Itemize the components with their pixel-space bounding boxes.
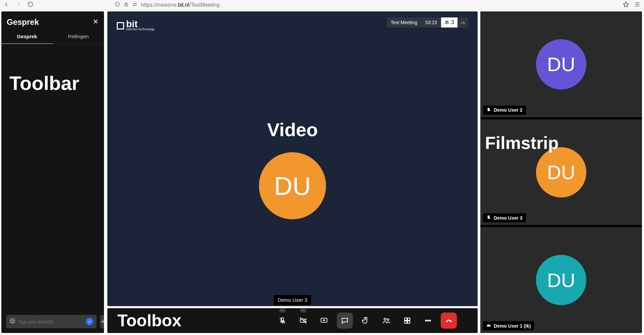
- muted-mic-icon: [486, 215, 491, 221]
- participant-avatar: DU: [536, 147, 586, 198]
- meeting-name: Test Meeting: [387, 17, 421, 27]
- svg-point-1: [136, 3, 137, 4]
- chat-title: Gesprek: [7, 17, 39, 27]
- participant-name: Demo User 1 (Ik): [494, 323, 531, 329]
- svg-point-11: [384, 318, 386, 320]
- svg-rect-14: [408, 318, 410, 320]
- participant-avatar: DU: [536, 39, 586, 90]
- filmstrip-tile[interactable]: DUDemo User 3: [480, 119, 642, 225]
- participants-count: 3: [451, 19, 454, 25]
- participants-panel-button[interactable]: [378, 313, 394, 329]
- open-chat-button[interactable]: [337, 313, 353, 329]
- emoji-icon[interactable]: [9, 318, 15, 325]
- svg-point-12: [387, 319, 389, 321]
- filmstrip-tile[interactable]: DUDemo User 2: [480, 11, 642, 117]
- svg-rect-16: [408, 321, 410, 323]
- shield-icon: [115, 2, 120, 8]
- svg-rect-15: [405, 321, 407, 323]
- brand-logo: bit internet technology: [117, 21, 155, 31]
- more-actions-button[interactable]: [420, 313, 436, 329]
- svg-rect-0: [125, 4, 127, 6]
- logo-subtext: internet technology: [126, 27, 155, 31]
- filmstrip-tile[interactable]: DUDemo User 1 (Ik): [480, 227, 642, 333]
- send-message-button[interactable]: [100, 315, 104, 328]
- svg-point-18: [427, 320, 429, 321]
- overlay-label-toolbox: Toolbox: [117, 311, 181, 330]
- svg-point-17: [425, 320, 427, 321]
- svg-point-5: [13, 320, 14, 321]
- tab-polls[interactable]: Peilingen: [53, 30, 104, 44]
- meeting-info-pill: Test Meeting 53:23 3: [387, 17, 468, 27]
- meeting-duration: 53:23: [421, 17, 441, 27]
- lock-icon: [123, 2, 129, 8]
- call-toolbar: [274, 313, 457, 329]
- svg-point-6: [445, 21, 447, 22]
- mute-audio-button[interactable]: [274, 313, 290, 329]
- close-chat-button[interactable]: [93, 18, 99, 26]
- nav-reload-icon[interactable]: [28, 1, 34, 9]
- participant-name-badge: Demo User 2: [483, 106, 526, 115]
- url-text: https://meetme.bit.nl/TestMeeting: [141, 2, 220, 8]
- logo-text: bit: [126, 21, 155, 27]
- svg-point-4: [11, 320, 12, 321]
- participant-avatar: DU: [536, 255, 586, 305]
- participants-button[interactable]: 3: [441, 17, 458, 27]
- svg-point-19: [429, 320, 431, 321]
- toolbox-panel: Toolbox: [107, 308, 478, 333]
- bookmark-icon[interactable]: [623, 1, 629, 9]
- nav-back-icon[interactable]: [3, 1, 9, 9]
- raise-hand-button[interactable]: [358, 313, 374, 329]
- tile-view-button[interactable]: [399, 313, 415, 329]
- stage-avatar: DU: [259, 152, 326, 219]
- chat-input-container: [6, 315, 97, 328]
- address-bar[interactable]: https://meetme.bit.nl/TestMeeting: [38, 2, 619, 8]
- svg-point-7: [447, 21, 448, 22]
- nav-forward-icon[interactable]: [15, 1, 21, 9]
- tab-chat[interactable]: Gesprek: [1, 30, 53, 44]
- participant-name-badge: Demo User 3: [483, 213, 526, 222]
- svg-point-2: [133, 5, 134, 6]
- browser-toolbar: https://meetme.bit.nl/TestMeeting: [0, 0, 644, 10]
- chat-tabs: Gesprek Peilingen: [1, 30, 104, 44]
- stage-speaker-name: Demo User 3: [274, 295, 311, 305]
- confirm-icon[interactable]: [86, 318, 93, 325]
- site-settings-icon[interactable]: [132, 2, 138, 8]
- overlay-label-video: Video: [267, 119, 318, 141]
- participant-name: Demo User 2: [494, 107, 523, 113]
- hamburger-menu-icon[interactable]: [634, 1, 641, 9]
- logo-square-icon: [117, 22, 124, 30]
- svg-point-3: [10, 319, 15, 323]
- performance-button[interactable]: [458, 17, 468, 27]
- video-stage: bit internet technology Test Meeting 53:…: [107, 11, 478, 306]
- participant-name: Demo User 3: [494, 215, 523, 221]
- chat-panel: Gesprek Gesprek Peilingen Toolbar: [1, 11, 104, 333]
- hangup-button[interactable]: [441, 313, 457, 329]
- svg-rect-13: [405, 318, 407, 320]
- chat-message-input[interactable]: [19, 319, 83, 325]
- share-screen-button[interactable]: [316, 313, 332, 329]
- moderator-crown-icon: [486, 323, 491, 329]
- muted-mic-icon: [486, 107, 491, 113]
- filmstrip-panel: Filmstrip DUDemo User 2DUDemo User 3DUDe…: [480, 11, 642, 333]
- mute-video-button[interactable]: [295, 313, 311, 329]
- participant-name-badge: Demo User 1 (Ik): [483, 321, 534, 330]
- overlay-label-toolbar: Toolbar: [9, 72, 79, 94]
